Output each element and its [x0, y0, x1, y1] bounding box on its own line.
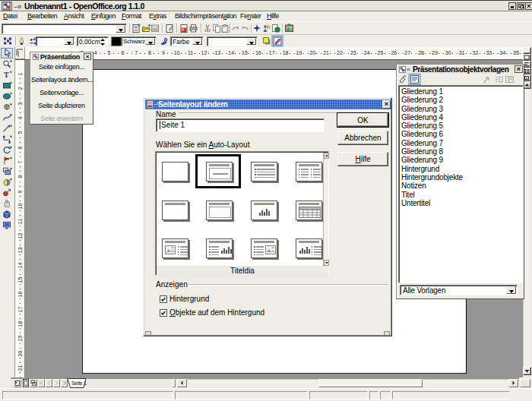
svg-text:T: T: [4, 71, 9, 79]
